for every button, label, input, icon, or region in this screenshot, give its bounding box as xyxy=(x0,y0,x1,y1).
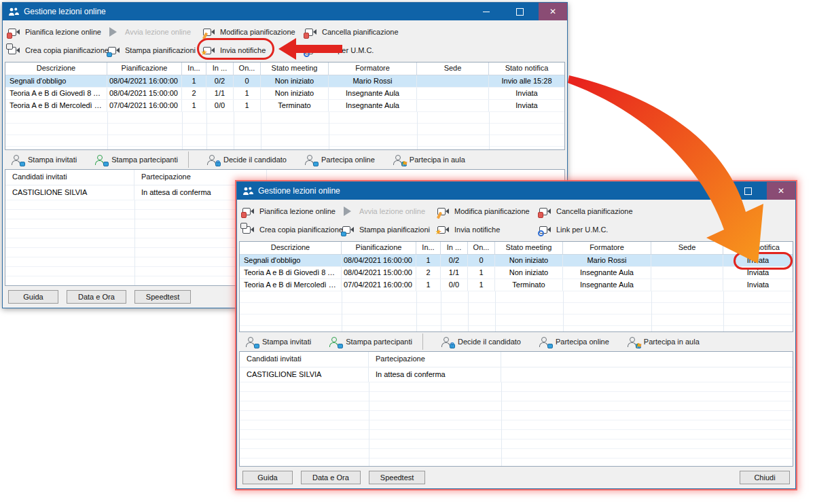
minimize-button[interactable] xyxy=(472,3,501,20)
toolbar-item-label: Avvia lezione online xyxy=(359,207,425,215)
titlebar[interactable]: Gestione lezioni online xyxy=(3,3,567,20)
toolbar-item[interactable]: Decide il candidato xyxy=(206,152,287,167)
column-header[interactable]: In... xyxy=(182,62,206,75)
column-header[interactable]: Descrizione xyxy=(240,242,342,254)
titlebar[interactable]: Gestione lezioni online xyxy=(237,182,795,200)
table-row[interactable]: Segnali d'obbligo 08/04/2021 16:00:00 1 … xyxy=(240,255,793,267)
footer-button[interactable]: Guida xyxy=(242,471,293,484)
cell-stato-notifica: Inviata xyxy=(723,267,793,278)
toolbar-item[interactable]: Avvia lezione online xyxy=(342,203,437,219)
maximize-button[interactable] xyxy=(505,3,534,20)
toolbar-item[interactable]: Partecipa in aula xyxy=(627,334,700,349)
column-header[interactable]: In ... xyxy=(206,62,234,75)
column-header[interactable]: Pianificazione xyxy=(342,242,416,254)
column-header[interactable]: Stato meeting xyxy=(495,242,563,254)
cell-in1: 2 xyxy=(416,267,441,278)
toolbar-item[interactable]: Modifica pianificazione xyxy=(437,203,539,219)
toolbar-item[interactable]: Modifica pianificazione xyxy=(203,24,305,40)
toolbar-item[interactable]: Partecipa online xyxy=(304,152,375,167)
footer-button[interactable]: Speedtest xyxy=(369,471,426,484)
toolbar-item[interactable]: Cancella pianificazione xyxy=(305,24,562,40)
toolbar-item[interactable]: Crea copia pianificazione xyxy=(8,42,108,58)
column-header[interactable]: Stato meeting xyxy=(261,62,329,75)
toolbar-item[interactable]: Stampa invitati xyxy=(245,334,311,349)
close-window-button[interactable]: Chiudi xyxy=(740,471,790,484)
toolbar-item-label: Stampa partecipanti xyxy=(346,338,412,346)
toolbar-item[interactable]: Stampa partecipanti xyxy=(329,334,423,349)
cell-in1: 1 xyxy=(182,100,206,111)
maximize-button[interactable] xyxy=(734,182,762,200)
toolbar-item[interactable]: Decide il candidato xyxy=(441,334,521,349)
people-toolbar: Stampa invitatiStampa partecipantiDecide… xyxy=(3,150,567,169)
person-question-icon xyxy=(441,337,454,347)
toolbar-item-label: Invia notifiche xyxy=(454,226,500,234)
column-header[interactable]: Descrizione xyxy=(5,62,107,75)
table-row[interactable]: Teoria A e B di Giovedì 8 Aprile... 08/0… xyxy=(240,267,793,279)
column-header[interactable]: On... xyxy=(468,242,495,254)
column-header[interactable]: Sede xyxy=(417,62,489,75)
table-row[interactable]: Teoria A e B di Giovedì 8 Aprile... 08/0… xyxy=(5,88,564,100)
toolbar-item[interactable]: Pianifica lezione online xyxy=(242,203,342,219)
toolbar-item[interactable]: Crea copia pianificazione xyxy=(242,221,342,238)
close-button[interactable] xyxy=(767,182,795,200)
table-empty-area xyxy=(5,112,564,149)
column-header[interactable]: Pianificazione xyxy=(107,62,182,75)
column-header[interactable]: Formatore xyxy=(563,242,651,254)
toolbar-item-label: Avvia lezione online xyxy=(125,28,191,36)
column-header[interactable]: Sede xyxy=(651,242,723,254)
column-header[interactable]: In ... xyxy=(441,242,468,254)
toolbar-item[interactable]: Partecipa online xyxy=(539,334,609,349)
toolbar-item[interactable]: Stampa partecipanti xyxy=(94,152,189,167)
toolbar-item[interactable]: Stampa pianificazioni xyxy=(342,221,437,238)
cell-candidato: CASTIGLIONE SILVIA xyxy=(240,367,369,382)
toolbar-item[interactable]: Link per U.M.C. xyxy=(305,42,562,58)
toolbar-item[interactable]: Stampa pianificazioni xyxy=(108,42,203,58)
footer-button[interactable]: Guida xyxy=(8,290,58,304)
column-header[interactable]: In... xyxy=(416,242,441,254)
footer-button[interactable]: Data e Ora xyxy=(301,471,361,484)
footer-button[interactable]: Speedtest xyxy=(134,290,192,304)
column-header[interactable]: Candidati invitati xyxy=(5,170,134,185)
footer-button[interactable]: Data e Ora xyxy=(67,290,126,304)
main-toolbar: Pianifica lezione onlineAvvia lezione on… xyxy=(3,20,567,62)
camera-copy-icon xyxy=(8,46,21,56)
person-print-icon xyxy=(245,337,258,347)
toolbar-item-label: Stampa pianificazioni xyxy=(359,226,430,234)
toolbar-item-label: Link per U.M.C. xyxy=(322,46,374,54)
column-header[interactable]: On... xyxy=(234,62,261,75)
toolbar-item[interactable]: Cancella pianificazione xyxy=(539,203,790,219)
participants-header-row: Candidati invitatiPartecipazione xyxy=(240,352,793,367)
column-header[interactable]: Partecipazione xyxy=(369,352,501,367)
participant-row[interactable]: CASTIGLIONE SILVIA In attesa di conferma xyxy=(240,367,793,382)
toolbar-item[interactable]: Invia notifiche xyxy=(437,221,539,238)
column-header[interactable]: Formatore xyxy=(329,62,417,75)
cell-pianificazione: 07/04/2021 16:00:00 xyxy=(342,279,416,291)
table-row[interactable]: Teoria A e B di Mercoledì 7 Apr... 07/04… xyxy=(240,279,793,291)
toolbar-item[interactable]: Avvia lezione online xyxy=(108,24,203,40)
cell-descrizione: Segnali d'obbligo xyxy=(5,75,107,87)
toolbar-item-label: Stampa invitati xyxy=(28,156,77,164)
column-header[interactable]: Stato notifica xyxy=(723,242,793,254)
cell-descrizione: Teoria A e B di Giovedì 8 Aprile... xyxy=(5,88,107,99)
cell-pianificazione: 08/04/2021 15:00:00 xyxy=(342,267,416,278)
camera-edit-icon xyxy=(437,206,450,217)
cell-in2: 1/1 xyxy=(206,88,234,99)
table-row[interactable]: Segnali d'obbligo 08/04/2021 16:00:00 1 … xyxy=(5,75,564,88)
toolbar-item-label: Decide il candidato xyxy=(458,338,521,346)
toolbar-item[interactable]: Partecipa in aula xyxy=(393,152,465,167)
toolbar-item[interactable]: Pianifica lezione online xyxy=(8,24,108,40)
play-icon xyxy=(108,27,121,37)
column-header[interactable]: Candidati invitati xyxy=(240,352,369,367)
toolbar-item[interactable]: Invia notifiche xyxy=(203,42,305,58)
toolbar-item[interactable]: Stampa invitati xyxy=(11,152,77,167)
close-button[interactable] xyxy=(539,3,567,20)
table-row[interactable]: Teoria A e B di Mercoledì 7 Apr... 07/04… xyxy=(5,100,564,112)
cell-empty xyxy=(501,367,793,382)
toolbar-item[interactable]: Link per U.M.C. xyxy=(539,221,790,238)
column-header[interactable]: Stato notifica xyxy=(489,62,564,75)
toolbar-item-label: Pianifica lezione online xyxy=(259,207,336,215)
cell-stato-notifica: Inviata xyxy=(489,88,564,99)
person-classroom-icon xyxy=(627,337,640,347)
cell-stato-meeting: Non iniziato xyxy=(261,75,329,87)
play-icon xyxy=(342,206,355,217)
